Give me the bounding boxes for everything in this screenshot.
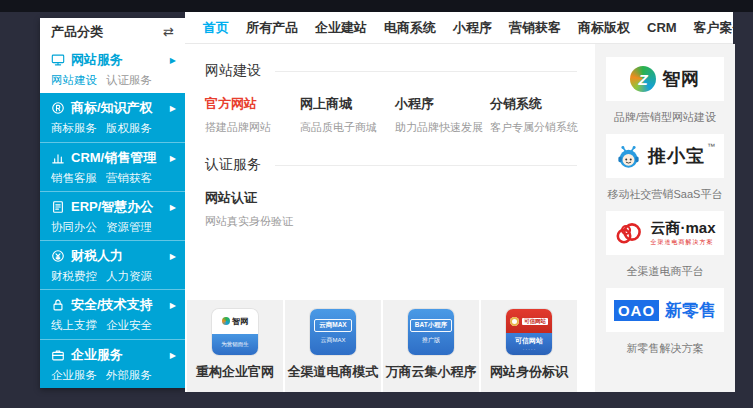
sidebar-item-security-support[interactable]: 安全/技术支持▶线上支撑企业安全 [40,289,185,338]
sidebar-item-label: 财税人力 [71,248,123,264]
sidebar-sublink[interactable]: 版权服务 [106,121,152,136]
monitor-icon [51,53,65,67]
swap-icon[interactable]: ⇄ [163,24,174,39]
sidebar-item-title: 商标/知识产权 [51,100,175,116]
sidebar-item-label: 企业服务 [71,347,123,363]
app-icon-body: BAT小程序推广版 [408,309,454,355]
sidebar-item-title: 财税人力 [51,248,175,264]
app-icon-brand-text: 云商MAX [314,319,351,332]
brand-tagline: 全渠道电商解决方案 [650,239,713,246]
brand-group-zhiwang: Z智网品牌/营销型网站建设 [606,57,724,125]
trust-seal-band: 可信网站 [506,309,552,333]
app-tile-wanshang-miniprogram[interactable]: BAT小程序推广版万商云集小程序 [383,300,479,392]
product-item: 网上商城高品质电子商城 [300,95,395,135]
sidebar-sublink[interactable]: 人力资源 [106,269,152,284]
product-link[interactable]: 网站认证 [205,189,300,207]
sidebar-sublink[interactable]: 企业安全 [106,318,152,333]
section-title-row: 网站建设 [205,62,577,80]
sidebar-sublink[interactable]: 协同办公 [51,220,97,235]
sidebar-item-label: ERP/智慧办公 [71,199,153,215]
coins-icon [51,249,65,263]
yunshang-app-icon: 云商MAX云商MAX [310,309,356,355]
document-icon [51,200,65,214]
brand-card-yunshang-max[interactable]: 云商·max全渠道电商解决方案 [606,211,724,255]
sidebar-item-title: 安全/技术支持 [51,297,175,313]
brand-name: 云商·max [650,220,715,237]
product-row: 网站认证网站真实身份验证 [205,189,595,229]
nav-item-crm[interactable]: CRM [647,20,677,35]
nav-item-home[interactable]: 首页 [203,19,229,37]
brand-caption: 全渠道电商平台 [627,264,704,279]
nav-item-mini-program[interactable]: 小程序 [453,19,492,37]
briefcase-icon [51,348,65,362]
app-tile-rebuild-website[interactable]: 智网为营销而生重构企业官网 [187,300,283,392]
sidebar-sublink[interactable]: 线上支撑 [51,318,97,333]
section-title: 认证服务 [205,156,261,174]
sidebar-sublink[interactable]: 外部服务 [106,368,152,383]
sidebar-header: 产品分类 ⇄ [40,18,185,45]
nav-item-customer-cases[interactable]: 客户案例 [694,19,733,37]
product-desc: 客户专属分销系统 [490,120,585,135]
sidebar-sublink[interactable]: 企业服务 [51,368,97,383]
section-divider-line [275,71,577,72]
brand-card-tuixiaobao[interactable]: 推小宝™ [606,134,724,178]
app-icon-line: 推广版 [422,336,440,345]
sidebar-sublink[interactable]: 销售客服 [51,171,97,186]
sidebar-sublink[interactable]: 财税费控 [51,269,97,284]
section-title: 网站建设 [205,62,261,80]
section-title-row: 认证服务 [205,156,577,174]
nav-item-website-building[interactable]: 企业建站 [315,19,367,37]
brand-group-yunshang-max: 云商·max全渠道电商解决方案全渠道电商平台 [606,211,724,279]
sidebar-sublinks: 线上支撑企业安全 [51,318,175,333]
brand-group-tuixiaobao: 推小宝™移动社交营销SaaS平台 [606,134,724,202]
product-link[interactable]: 官方网站 [205,95,300,113]
sidebar-sublink[interactable]: 认证服务 [106,73,152,88]
app-tile-website-identity[interactable]: 可信网站可信网站· · · · ·网站身份标识 [481,300,577,392]
product-desc: 网站真实身份验证 [205,214,300,229]
chevron-right-icon: ▶ [170,301,176,310]
sidebar-item-title: 网站服务 [51,52,175,68]
trademark-icon [51,101,65,115]
product-link[interactable]: 网上商城 [300,95,395,113]
sidebar-item-crm-sales[interactable]: CRM/销售管理▶销售客服营销获客 [40,142,185,191]
sidebar-item-website-services[interactable]: 网站服务▶网站建设认证服务 [40,45,185,93]
sidebar-item-finance-hr[interactable]: 财税人力▶财税费控人力资源 [40,240,185,289]
product-item: 网站认证网站真实身份验证 [205,189,300,229]
sidebar-sublinks: 财税费控人力资源 [51,269,175,284]
nav-item-ecommerce-system[interactable]: 电商系统 [384,19,436,37]
sidebar-sublink[interactable]: 网站建设 [51,73,97,88]
sidebar-sublink[interactable]: 营销获客 [106,171,152,186]
sidebar-item-trademark-ip[interactable]: 商标/知识产权▶商标服务版权服务 [40,93,185,141]
product-item: 官方网站搭建品牌网站 [205,95,300,135]
top-navigation: 首页所有产品企业建站电商系统小程序营销获客商标版权CRM客户案例 [185,12,733,44]
app-tile-omnichannel-ecommerce[interactable]: 云商MAX云商MAX全渠道电商模式 [285,300,381,392]
chevron-right-icon: ▶ [170,154,176,163]
nav-item-marketing[interactable]: 营销获客 [509,19,561,37]
app-icon-brand-row: 智网 [212,309,258,334]
sidebar-sublink[interactable]: 商标服务 [51,121,97,136]
nav-item-all-products[interactable]: 所有产品 [246,19,298,37]
chevron-right-icon: ▶ [170,351,176,360]
brand-card-oao[interactable]: OAO新零售 [606,288,724,332]
product-category-sidebar: 产品分类 ⇄ 网站服务▶网站建设认证服务商标/知识产权▶商标服务版权服务CRM/… [40,18,185,388]
sidebar-item-erp-office[interactable]: ERP/智慧办公▶协同办公资源管理 [40,191,185,240]
zhiwang-app-icon: 智网为营销而生 [212,309,258,355]
robot-mascot-icon [615,143,642,170]
app-tile-label: 网站身份标识 [490,363,568,381]
nav-item-trademark-copyright[interactable]: 商标版权 [578,19,630,37]
sidebar-item-title: ERP/智慧办公 [51,199,175,215]
brand-card-zhiwang[interactable]: Z智网 [606,57,724,101]
content-panel: 网站建设官方网站搭建品牌网站网上商城高品质电子商城小程序助力品牌快速发展分销系统… [185,44,595,392]
brand-caption: 品牌/营销型网站建设 [614,110,716,125]
sidebar-sublinks: 网站建设认证服务 [51,73,175,88]
brand-sidebar: Z智网品牌/营销型网站建设推小宝™移动社交营销SaaS平台云商·max全渠道电商… [595,44,735,392]
sidebar-item-enterprise-services[interactable]: 企业服务▶企业服务外部服务 [40,339,185,388]
product-desc: 助力品牌快速发展 [395,120,490,135]
trademark-symbol: ™ [707,142,715,151]
app-tile-label: 万商云集小程序 [386,363,477,381]
app-tile-label: 全渠道电商模式 [288,363,379,381]
product-link[interactable]: 小程序 [395,95,490,113]
sidebar-sublink[interactable]: 资源管理 [106,220,152,235]
top-dark-strip [0,0,753,12]
product-link[interactable]: 分销系统 [490,95,585,113]
